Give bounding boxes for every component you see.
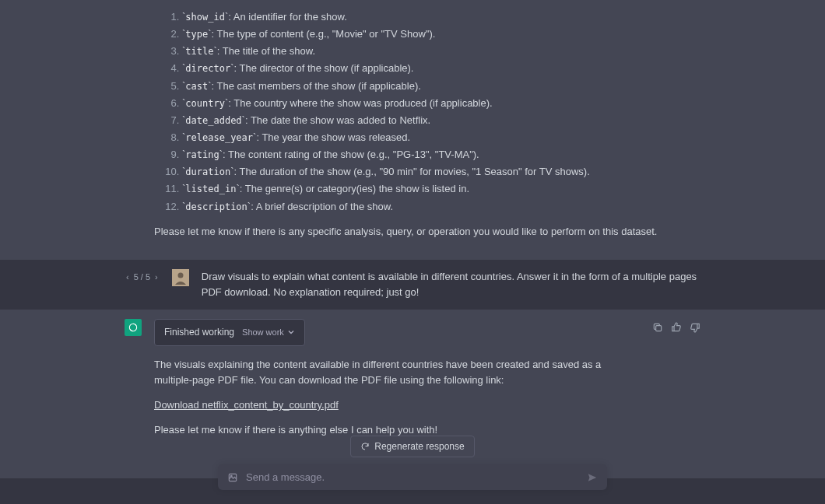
regenerate-button[interactable]: Regenerate response bbox=[350, 436, 474, 457]
field-item: `show_id`: An identifier for the show. bbox=[182, 9, 700, 25]
user-prompt-text: Draw visuals to explain what content is … bbox=[202, 269, 700, 300]
regenerate-icon bbox=[360, 442, 370, 451]
follow-up-text: Please let me know if there is any speci… bbox=[154, 224, 700, 240]
field-item: `title`: The title of the show. bbox=[182, 44, 700, 59]
thumbs-down-icon[interactable] bbox=[690, 322, 700, 438]
response-paragraph-1: The visuals explaining the content avail… bbox=[154, 357, 640, 388]
assistant-message-fields: `show_id`: An identifier for the show.`t… bbox=[0, 0, 825, 260]
field-item: `director`: The director of the show (if… bbox=[182, 61, 700, 76]
field-item: `listed_in`: The genre(s) or category(ie… bbox=[182, 181, 700, 197]
field-item: `description`: A brief description of th… bbox=[182, 199, 700, 215]
field-item: `type`: The type of content (e.g., "Movi… bbox=[182, 26, 700, 42]
nav-prev[interactable]: ‹ bbox=[125, 272, 131, 282]
svg-point-1 bbox=[177, 272, 183, 278]
nav-next[interactable]: › bbox=[153, 272, 160, 282]
chevron-down-icon bbox=[287, 328, 295, 336]
svg-rect-3 bbox=[656, 326, 662, 331]
field-item: `rating`: The content rating of the show… bbox=[182, 147, 700, 163]
field-item: `cast`: The cast members of the show (if… bbox=[182, 79, 700, 94]
field-item: `duration`: The duration of the show (e.… bbox=[182, 164, 700, 180]
copy-icon[interactable] bbox=[652, 322, 663, 438]
field-item: `date_added`: The date the show was adde… bbox=[182, 113, 700, 128]
user-avatar bbox=[172, 269, 189, 286]
working-status-chip: Finished working Show work bbox=[154, 319, 305, 346]
download-link[interactable]: Download netflix_content_by_country.pdf bbox=[154, 399, 339, 411]
field-item: `release_year`: The year the show was re… bbox=[182, 130, 700, 145]
nav-page-indicator: 5 / 5 bbox=[134, 272, 150, 282]
send-icon[interactable] bbox=[587, 472, 598, 483]
message-input[interactable]: Send a message. bbox=[218, 464, 607, 490]
input-placeholder: Send a message. bbox=[246, 471, 325, 483]
field-item: `country`: The country where the show wa… bbox=[182, 96, 700, 111]
user-message: ‹ 5 / 5 › Draw visuals to explain what c… bbox=[0, 260, 825, 310]
field-list: `show_id`: An identifier for the show.`t… bbox=[154, 9, 700, 215]
assistant-avatar bbox=[125, 319, 142, 336]
attachment-icon[interactable] bbox=[227, 472, 238, 483]
message-nav: ‹ 5 / 5 › bbox=[125, 269, 160, 282]
thumbs-up-icon[interactable] bbox=[671, 322, 682, 438]
status-text: Finished working bbox=[164, 325, 234, 340]
show-work-toggle[interactable]: Show work bbox=[242, 326, 295, 339]
message-actions bbox=[652, 319, 700, 438]
